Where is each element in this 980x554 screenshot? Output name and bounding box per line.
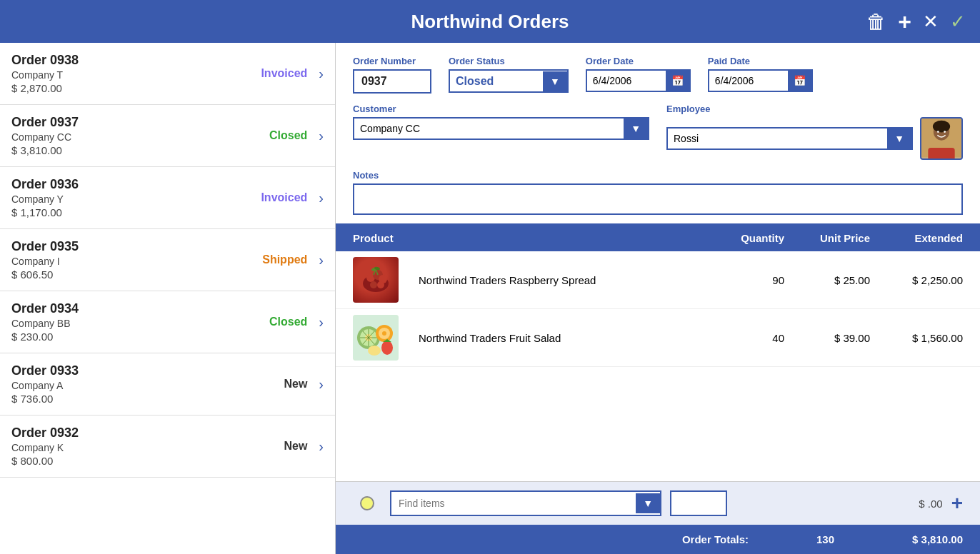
find-items-dropdown-btn[interactable]: ▼ — [636, 493, 660, 513]
col-unit-price: Unit Price — [784, 232, 870, 244]
order-number: Order 0937 — [11, 115, 269, 130]
cancel-icon[interactable]: ✕ — [923, 11, 939, 33]
paid-date-input[interactable] — [709, 71, 788, 91]
product-row: Northwind Traders Raspberry Spread 90 $ … — [336, 251, 980, 309]
order-status-dropdown-btn[interactable]: ▼ — [543, 71, 567, 91]
product-quantity: 40 — [699, 332, 784, 344]
order-chevron-icon: › — [319, 128, 324, 144]
order-chevron-icon: › — [319, 376, 324, 393]
paid-date-wrapper: 📅 — [708, 69, 813, 92]
paid-date-label: Paid Date — [708, 56, 813, 66]
order-number: Order 0936 — [11, 177, 261, 192]
product-thumb — [353, 315, 399, 361]
employee-select[interactable]: Rossi Other — [668, 129, 887, 148]
order-info: Order 0938 Company T $ 2,870.00 — [11, 53, 261, 94]
order-info: Order 0932 Company K $ 800.00 — [11, 425, 284, 467]
employee-photo — [920, 117, 963, 160]
order-status: Closed — [269, 316, 307, 328]
order-number: Order 0934 — [11, 301, 269, 316]
order-number-input[interactable] — [353, 69, 431, 94]
order-row-right: Closed — [269, 316, 314, 328]
add-item-qty-input[interactable] — [670, 490, 727, 516]
order-amount: $ 3,810.00 — [11, 144, 269, 156]
totals-quantity: 130 — [777, 533, 834, 545]
product-row: Northwind Traders Fruit Salad 40 $ 39.00… — [336, 309, 980, 367]
order-status: Closed — [269, 129, 307, 142]
order-row-right: New — [284, 378, 314, 391]
totals-label: Order Totals: — [682, 533, 749, 545]
col-quantity: Quantity — [699, 232, 784, 244]
customer-select[interactable]: Company CC Company A Company BB Company … — [354, 119, 624, 138]
order-info: Order 0936 Company Y $ 1,170.00 — [11, 177, 261, 218]
order-date-input[interactable] — [587, 71, 666, 91]
svg-point-2 — [933, 121, 950, 133]
order-list-item[interactable]: Order 0933 Company A $ 736.00 New › — [0, 353, 335, 416]
order-number: Order 0933 — [11, 363, 284, 378]
add-item-amount: $ .00 — [886, 498, 943, 510]
order-company: Company T — [11, 69, 261, 81]
order-amount: $ 800.00 — [11, 455, 284, 467]
product-unit-price: $ 25.00 — [784, 274, 870, 286]
order-company: Company A — [11, 380, 284, 391]
order-chevron-icon: › — [319, 438, 324, 455]
col-product-name — [410, 232, 699, 244]
order-status: Shipped — [262, 253, 307, 266]
order-list-item[interactable]: Order 0936 Company Y $ 1,170.00 Invoiced… — [0, 167, 335, 229]
app-title: Northwind Orders — [411, 11, 569, 33]
svg-point-4 — [937, 131, 939, 133]
order-chevron-icon: › — [319, 314, 324, 331]
order-status-select[interactable]: Closed New Invoiced Shipped — [450, 71, 543, 91]
order-status: New — [284, 378, 307, 391]
order-row-right: New — [284, 440, 314, 453]
customer-dropdown-btn[interactable]: ▼ — [624, 119, 648, 138]
order-row-right: Invoiced — [261, 67, 314, 80]
add-record-icon[interactable]: + — [898, 9, 911, 35]
svg-point-11 — [377, 281, 384, 288]
paid-date-picker-btn[interactable]: 📅 — [788, 71, 811, 91]
header-actions: 🗑 + ✕ ✓ — [866, 9, 966, 35]
notes-textarea[interactable] — [353, 183, 963, 215]
svg-point-29 — [368, 346, 381, 356]
order-info: Order 0937 Company CC $ 3,810.00 — [11, 115, 269, 156]
order-detail: Order Number Order Status Closed New Inv… — [336, 43, 980, 554]
find-items-wrapper: ▼ — [390, 490, 661, 516]
order-list-item[interactable]: Order 0938 Company T $ 2,870.00 Invoiced… — [0, 43, 335, 105]
order-amount: $ 606.50 — [11, 268, 262, 281]
order-status-select-wrapper: Closed New Invoiced Shipped ▼ — [449, 69, 569, 93]
orders-list: Order 0938 Company T $ 2,870.00 Invoiced… — [0, 43, 336, 554]
order-company: Company CC — [11, 131, 269, 143]
order-status-label: Order Status — [449, 56, 569, 66]
order-number-group: Order Number — [353, 56, 431, 94]
order-chevron-icon: › — [319, 66, 324, 82]
main-layout: Order 0938 Company T $ 2,870.00 Invoiced… — [0, 43, 980, 554]
confirm-icon[interactable]: ✓ — [950, 11, 966, 33]
order-list-item[interactable]: Order 0937 Company CC $ 3,810.00 Closed … — [0, 105, 335, 167]
order-list-item[interactable]: Order 0932 Company K $ 800.00 New › — [0, 416, 335, 478]
order-date-group: Order Date 📅 — [586, 56, 691, 92]
order-row-right: Invoiced — [261, 191, 314, 204]
svg-rect-3 — [928, 148, 954, 158]
order-amount: $ 230.00 — [11, 331, 269, 343]
order-company: Company K — [11, 442, 284, 453]
order-list-item[interactable]: Order 0935 Company I $ 606.50 Shipped › — [0, 229, 335, 291]
order-info: Order 0933 Company A $ 736.00 — [11, 363, 284, 405]
product-quantity: 90 — [699, 274, 784, 286]
app-header: Northwind Orders 🗑 + ✕ ✓ — [0, 0, 980, 43]
product-name: Northwind Traders Fruit Salad — [410, 332, 699, 344]
order-status: Invoiced — [261, 67, 307, 80]
order-status: New — [284, 440, 307, 453]
customer-label: Customer — [353, 104, 649, 114]
order-company: Company BB — [11, 318, 269, 329]
order-form: Order Number Order Status Closed New Inv… — [336, 43, 980, 225]
order-row-right: Shipped — [262, 253, 314, 266]
delete-icon[interactable]: 🗑 — [866, 10, 886, 34]
employee-dropdown-btn[interactable]: ▼ — [887, 129, 911, 148]
add-item-button[interactable]: + — [951, 493, 963, 513]
find-items-input[interactable] — [391, 492, 636, 515]
order-list-item[interactable]: Order 0934 Company BB $ 230.00 Closed › — [0, 291, 335, 353]
order-date-picker-btn[interactable]: 📅 — [666, 71, 689, 91]
order-company: Company I — [11, 256, 262, 267]
add-item-row: ▼ $ .00 + — [336, 481, 980, 525]
col-extended: Extended — [870, 232, 963, 244]
svg-point-5 — [944, 131, 946, 133]
